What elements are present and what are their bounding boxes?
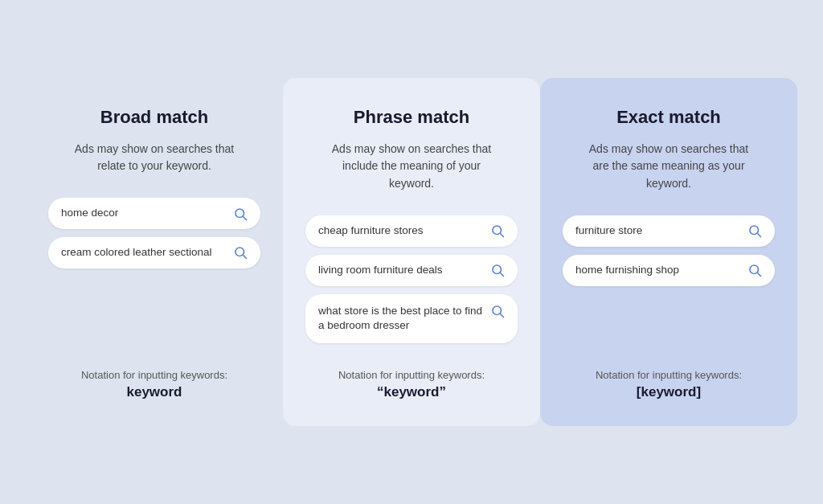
svg-line-11 [758,234,761,237]
search-icon-exact-1 [747,223,762,238]
search-icon-exact-2 [747,263,762,277]
exact-notation: Notation for inputting keywords: [keywor… [596,369,742,400]
phrase-notation-label: Notation for inputting keywords: [338,369,485,381]
phrase-search-box-2[interactable]: living room furniture deals [305,255,518,286]
phrase-search-text-3: what store is the best place to find a b… [318,304,484,334]
svg-point-10 [750,226,759,235]
phrase-notation: Notation for inputting keywords: “keywor… [338,369,485,400]
svg-line-9 [501,313,504,317]
phrase-search-text-1: cheap furniture stores [318,223,484,239]
broad-match-column: Broad match Ads may show on searches tha… [26,78,283,427]
exact-match-column: Exact match Ads may show on searches tha… [540,78,797,427]
broad-search-box-1[interactable]: home decor [48,198,260,229]
phrase-search-box-3[interactable]: what store is the best place to find a b… [305,294,518,344]
phrase-match-column: Phrase match Ads may show on searches th… [283,78,540,427]
exact-match-title: Exact match [616,107,721,128]
exact-search-text-2: home furnishing shop [575,263,741,278]
svg-line-1 [244,216,247,219]
svg-point-2 [235,248,244,256]
phrase-notation-value: “keyword” [338,384,485,400]
exact-match-description: Ads may show on searches that are the sa… [580,141,757,193]
broad-search-text-2: cream colored leather sectional [61,245,227,260]
exact-match-search-boxes: furniture store home furnishing shop [563,215,775,286]
search-icon-phrase-1 [490,223,505,238]
phrase-match-description: Ads may show on searches that include th… [323,141,500,193]
broad-match-description: Ads may show on searches that relate to … [66,141,243,175]
phrase-search-box-1[interactable]: cheap furniture stores [305,215,518,247]
search-icon-broad-2 [233,245,248,260]
phrase-match-search-boxes: cheap furniture stores living room furni… [305,215,518,344]
main-container: Broad match Ads may show on searches tha… [26,78,797,427]
svg-line-3 [244,256,247,259]
broad-notation-value: keyword [81,384,227,400]
svg-line-7 [501,273,504,277]
broad-search-box-2[interactable]: cream colored leather sectional [48,237,260,268]
exact-search-box-2[interactable]: home furnishing shop [563,255,775,286]
broad-notation: Notation for inputting keywords: keyword [81,369,227,400]
search-icon-phrase-3 [490,304,505,318]
broad-notation-label: Notation for inputting keywords: [81,369,227,381]
svg-line-5 [501,234,504,237]
broad-match-search-boxes: home decor cream colored leather section… [48,198,260,268]
svg-line-13 [758,273,761,277]
search-icon-broad-1 [233,207,248,221]
exact-search-text-1: furniture store [575,223,741,239]
search-icon-phrase-2 [490,263,505,277]
broad-search-text-1: home decor [61,206,227,221]
exact-notation-value: [keyword] [596,384,742,400]
svg-point-4 [493,226,502,235]
exact-search-box-1[interactable]: furniture store [563,215,775,247]
svg-point-12 [750,265,759,274]
svg-point-8 [493,306,502,315]
svg-point-6 [493,265,502,274]
broad-match-title: Broad match [100,107,208,128]
phrase-search-text-2: living room furniture deals [318,263,484,278]
phrase-match-title: Phrase match [354,107,469,128]
svg-point-0 [235,209,244,218]
exact-notation-label: Notation for inputting keywords: [596,369,742,381]
